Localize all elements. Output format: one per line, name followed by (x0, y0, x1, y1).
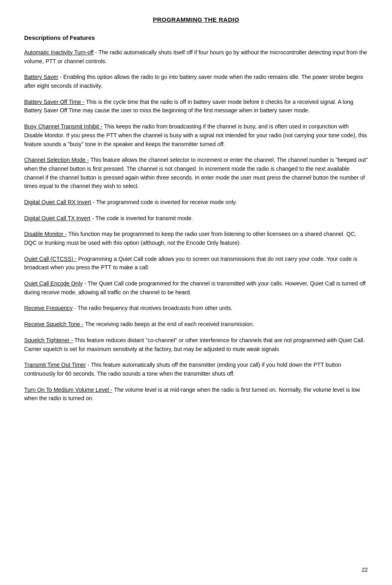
feature-block: Battery Saver Off Time - This is the cyc… (24, 98, 368, 115)
feature-block: Digital Quiet Call RX Invert - The progr… (24, 198, 368, 207)
feature-block: Receive Frequency - The radio frequency … (24, 304, 368, 313)
feature-term: Channel Selection Mode - (24, 157, 89, 163)
feature-term: Receive Squelch Tone - (24, 321, 84, 327)
feature-block: Automatic Inactivity Turn-off - The radi… (24, 48, 368, 66)
feature-block: Turn On To Medium Volume Level - The vol… (24, 386, 368, 403)
feature-term: Battery Saver (24, 74, 58, 80)
feature-block: Quiet Call Encode Only - The Quiet Call … (24, 279, 368, 297)
feature-term: Battery Saver Off Time - (24, 99, 85, 105)
feature-description: This function may be programmed to keep … (24, 231, 356, 246)
feature-term: Automatic Inactivity Turn-off (24, 49, 93, 56)
feature-description: - The code is inverted for transmit mode… (91, 215, 193, 221)
feature-block: Quiet Call (CTCSS) - Programming a Quiet… (24, 255, 368, 272)
feature-description: - The radio frequency that receives broa… (73, 305, 233, 311)
feature-block: Receive Squelch Tone - The receiving rad… (24, 320, 368, 329)
feature-description: The receiving radio beeps at the end of … (84, 321, 254, 327)
feature-block: Transmit Time Out Timer - This feature a… (24, 361, 368, 378)
page-number: 22 (361, 566, 368, 573)
feature-term: Transmit Time Out Timer (24, 362, 86, 368)
feature-term: Quiet Call (CTCSS) - (24, 256, 77, 262)
feature-block: Disable Monitor - This function may be p… (24, 230, 368, 247)
feature-description: - Enabling this option allows the radio … (24, 74, 363, 89)
feature-term: Busy Channel Transmit Inhibit - (24, 123, 103, 130)
feature-term: Quiet Call Encode Only (24, 280, 83, 287)
feature-description: This feature reduces distant "co-channel… (24, 337, 365, 352)
feature-term: Turn On To Medium Volume Level - (24, 387, 112, 393)
feature-block: Battery Saver - Enabling this option all… (24, 73, 368, 90)
feature-description: - The programmed code is inverted for re… (91, 199, 237, 205)
feature-term: Squelch Tightener - (24, 337, 73, 343)
feature-block: Busy Channel Transmit Inhibit - This kee… (24, 122, 368, 149)
section-heading: Descriptions of Features (24, 34, 368, 41)
feature-term: Digital Quiet Call RX Invert (24, 199, 91, 205)
feature-block: Squelch Tightener - This feature reduces… (24, 336, 368, 353)
page-title: PROGRAMMING THE RADIO (24, 16, 368, 23)
feature-term: Receive Frequency (24, 305, 73, 311)
feature-term: Disable Monitor - (24, 231, 67, 237)
feature-term: Digital Quiet Call TX Invert (24, 215, 91, 221)
feature-block: Channel Selection Mode - This feature al… (24, 156, 368, 191)
feature-block: Digital Quiet Call TX Invert - The code … (24, 214, 368, 223)
